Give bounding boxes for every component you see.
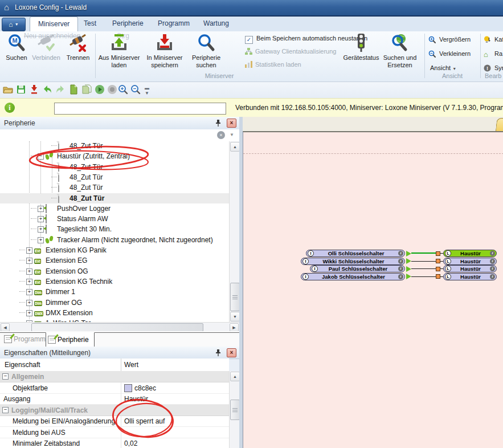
property-row[interactable]: AusgangHaustür <box>0 393 229 405</box>
expand-icon[interactable]: + <box>26 300 32 306</box>
tab-peripherie[interactable]: Peripherie <box>104 17 152 31</box>
trennen-button[interactable]: Trennen <box>63 33 93 80</box>
property-group-row[interactable]: −Allgemein <box>0 371 229 382</box>
info-icon[interactable]: i <box>490 274 495 279</box>
info-icon[interactable]: i <box>490 266 495 271</box>
tree-horizontal-scrollbar[interactable]: ◀ ▶ <box>0 322 239 332</box>
output-connector-icon[interactable] <box>406 251 411 256</box>
properties-scrollbar[interactable]: ▲ <box>229 371 240 448</box>
scroll-right-arrow[interactable]: ▶ <box>230 323 239 332</box>
property-value[interactable]: 0,02 <box>124 439 137 447</box>
info-icon[interactable]: i <box>398 251 403 256</box>
expand-icon[interactable]: + <box>38 237 44 243</box>
tree-item[interactable]: +Status Alarm AW <box>0 214 229 224</box>
home-menu-button[interactable]: ⌂ ▼ <box>2 18 26 31</box>
info-icon[interactable]: i <box>398 259 403 264</box>
expand-icon[interactable]: + <box>26 289 32 295</box>
geraetestatus-button[interactable]: Gerätestatus <box>342 33 381 80</box>
toolbar-options-icon[interactable]: ▬▼ <box>145 85 155 96</box>
import-icon[interactable] <box>29 84 39 95</box>
output-connector-icon[interactable] <box>406 274 411 279</box>
document-tab-lewald[interactable]: Lewald × <box>496 118 503 132</box>
tab-programm[interactable]: Programm <box>150 17 198 31</box>
scrollbar-thumb[interactable] <box>230 283 240 311</box>
property-value[interactable]: Olli sperrt auf <box>124 417 165 425</box>
tree-item[interactable]: 48_Zut Tür <box>0 182 229 193</box>
raum-button[interactable]: ⌂Ra <box>484 50 502 57</box>
tab-test[interactable]: Test <box>76 17 104 31</box>
scroll-down-arrow[interactable]: ▼ <box>230 312 240 321</box>
suchen-und-ersetzen-button[interactable]: Suchen und Ersetzen <box>381 33 419 80</box>
tree-item[interactable]: +ExtExtension OG <box>0 266 229 276</box>
close-panel-button[interactable]: × <box>227 348 236 357</box>
copy-page-icon[interactable] <box>81 84 92 95</box>
output-block-active[interactable]: LHaustüri <box>443 250 497 257</box>
output-connector-icon[interactable] <box>406 266 411 272</box>
tree-item[interactable]: +1-w1_Wire UG Tor <box>0 318 229 322</box>
input-block[interactable]: IPaul Schlüsselschalteri <box>310 265 405 272</box>
output-block[interactable]: LHaustüri <box>443 258 497 265</box>
clear-search-icon[interactable]: × <box>217 131 225 139</box>
property-value[interactable]: Haustür <box>124 395 148 403</box>
scroll-up-arrow[interactable]: ▲ <box>230 372 240 381</box>
open-folder-icon[interactable] <box>3 84 13 95</box>
zoom-in-icon[interactable] <box>118 84 128 95</box>
tree-item[interactable]: +DimDimmer OG <box>0 298 229 308</box>
pin-icon[interactable] <box>215 349 222 356</box>
option-gateway-clientupdate[interactable]: Gateway Clientaktualisierung <box>245 47 336 56</box>
status-input[interactable] <box>54 103 226 115</box>
verkleinern-button[interactable]: Verkleinern <box>428 50 471 57</box>
stop-icon[interactable] <box>107 84 117 95</box>
tree-item[interactable]: +Tageslicht 30 Min. <box>0 224 229 234</box>
tree-item[interactable]: +DimDimmer 1 <box>0 287 229 297</box>
suchen-button[interactable]: M Suchen <box>3 33 30 80</box>
tab-peripherie-bottom[interactable]: Peripherie <box>46 332 95 347</box>
tree-item[interactable]: +ExtExtension EG <box>0 255 229 266</box>
option-statistiken-laden[interactable]: Statistiken laden <box>245 60 301 70</box>
collapse-icon[interactable]: − <box>38 153 44 160</box>
close-panel-button[interactable]: × <box>227 119 236 128</box>
scrollbar-thumb[interactable] <box>230 400 240 420</box>
input-connector-icon[interactable] <box>436 251 440 256</box>
pin-icon[interactable] <box>215 119 222 127</box>
output-block[interactable]: LHaustüri <box>443 265 497 272</box>
color-swatch[interactable] <box>124 384 132 392</box>
output-connector-icon[interactable] <box>406 258 411 264</box>
expand-icon[interactable]: + <box>26 268 32 275</box>
tree-vertical-scrollbar[interactable]: ▲ ▼ <box>229 141 240 322</box>
expand-icon[interactable]: + <box>26 279 32 285</box>
new-page-icon[interactable] <box>68 84 79 95</box>
tree-item[interactable]: 48_Zut Tür <box>0 141 229 151</box>
info-icon[interactable]: i <box>490 259 495 264</box>
tree-item[interactable]: 48_Zut Tür <box>0 172 229 182</box>
vergroessern-button[interactable]: Vergrößern <box>428 36 471 43</box>
expand-icon[interactable]: + <box>26 247 32 254</box>
tab-miniserver[interactable]: Miniserver <box>30 17 78 32</box>
property-row[interactable]: Objektfarbec8c8ec <box>0 382 229 394</box>
property-row[interactable]: Meldung bei AUS <box>0 427 229 438</box>
input-connector-icon[interactable] <box>436 267 440 271</box>
tree-item[interactable]: +DMXDMX Extension <box>0 308 229 318</box>
program-canvas[interactable]: IOlli SchlüsselschalteriLHaustüriIWikki … <box>243 131 503 448</box>
kategorie-button[interactable]: Kat <box>484 36 503 43</box>
column-divider[interactable] <box>121 359 121 371</box>
scroll-up-arrow[interactable]: ▲ <box>230 142 240 152</box>
tab-wartung[interactable]: Wartung <box>195 17 237 31</box>
info-icon[interactable]: i <box>398 266 403 271</box>
undo-icon[interactable] <box>42 84 52 95</box>
input-connector-icon[interactable] <box>436 259 440 263</box>
verbinden-button[interactable]: Verbinden <box>30 33 63 80</box>
output-block[interactable]: LHaustüri <box>443 273 497 280</box>
tree-item[interactable]: +Tracker Alarm (Nicht zugeordnet, Nicht … <box>0 235 229 245</box>
input-block[interactable]: IWikki Schlüsselschalteri <box>301 258 405 265</box>
expand-icon[interactable]: + <box>26 310 32 316</box>
scrollbar-thumb[interactable] <box>31 323 203 332</box>
ansicht-dropdown[interactable]: Ansicht ▼ <box>430 64 456 71</box>
collapse-icon[interactable]: − <box>2 373 9 380</box>
systemstatus-button[interactable]: ! Syr <box>484 64 503 71</box>
checkbox-checked-icon[interactable]: ✓ <box>245 36 253 44</box>
redo-icon[interactable] <box>55 84 66 95</box>
info-icon[interactable]: i <box>490 251 495 256</box>
save-icon[interactable] <box>16 84 26 95</box>
info-icon[interactable]: i <box>398 274 403 279</box>
